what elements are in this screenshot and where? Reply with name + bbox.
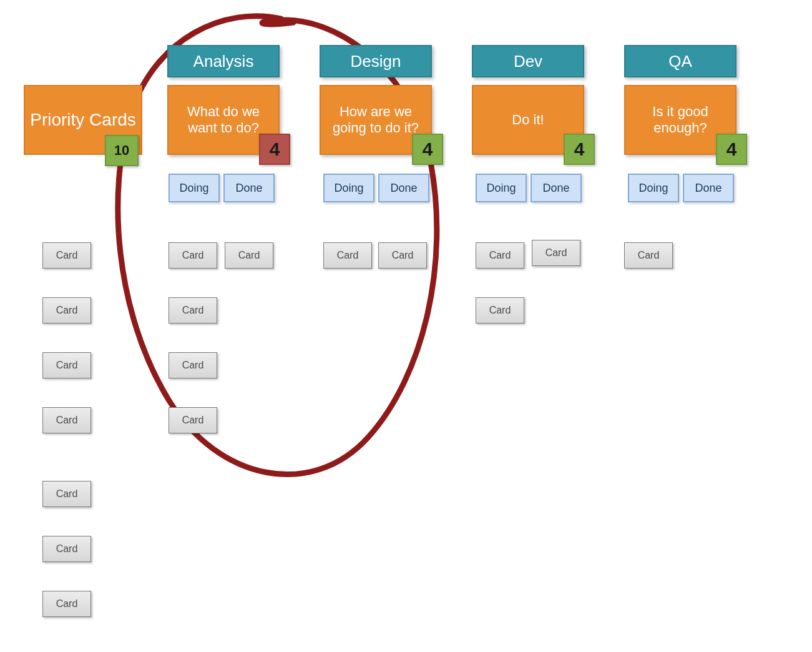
- card-label: Card: [182, 250, 204, 261]
- subcolumn-label: Done: [390, 182, 417, 195]
- stage-title-label: Design: [351, 52, 401, 71]
- subcolumn-label: Doing: [486, 182, 516, 195]
- subcolumn-doing-qa[interactable]: Doing: [628, 174, 679, 202]
- card-label: Card: [182, 360, 204, 371]
- stage-wip-value: 4: [423, 139, 433, 160]
- priority-card[interactable]: Card: [42, 407, 91, 433]
- subcolumn-doing-design[interactable]: Doing: [323, 174, 374, 202]
- priority-card[interactable]: Card: [42, 297, 91, 324]
- subcolumn-label: Doing: [334, 182, 363, 195]
- card-label: Card: [56, 543, 78, 555]
- card-label: Card: [56, 415, 78, 426]
- stage-wip-value: 4: [574, 139, 585, 160]
- priority-card[interactable]: Card: [42, 591, 91, 617]
- subcolumn-label: Doing: [179, 182, 208, 195]
- stage-title-label: Analysis: [193, 52, 254, 71]
- priority-wip-value: 10: [114, 142, 129, 159]
- stage-desc-label: How are we going to do it?: [325, 104, 427, 137]
- subcolumn-done-analysis[interactable]: Done: [223, 174, 275, 202]
- stage-wip-value: 4: [270, 139, 280, 160]
- card-label: Card: [489, 250, 511, 261]
- stage-desc-label: What do we want to do?: [172, 104, 275, 137]
- card-label: Card: [238, 250, 260, 261]
- card-label: Card: [545, 247, 567, 259]
- card-label: Card: [56, 250, 78, 261]
- subcolumn-done-design[interactable]: Done: [378, 174, 429, 202]
- subcolumn-label: Done: [695, 182, 722, 195]
- stage-title-label: QA: [668, 52, 692, 71]
- stage-desc-label: Do it!: [512, 112, 544, 128]
- stage-wip-value: 4: [726, 139, 737, 160]
- analysis-doing-card[interactable]: Card: [169, 407, 217, 433]
- stage-desc-label: Is it good enough?: [629, 104, 731, 137]
- stage-title-qa: QA: [624, 45, 736, 77]
- priority-title: Priority Cards: [30, 109, 136, 131]
- subcolumn-done-qa[interactable]: Done: [683, 174, 734, 202]
- subcolumn-done-dev[interactable]: Done: [531, 174, 582, 202]
- card-label: Card: [56, 305, 78, 316]
- card-label: Card: [489, 305, 511, 316]
- subcolumn-doing-dev[interactable]: Doing: [476, 174, 527, 202]
- card-label: Card: [56, 360, 78, 371]
- card-label: Card: [56, 598, 78, 610]
- stage-title-label: Dev: [514, 52, 542, 71]
- stage-title-design: Design: [320, 45, 432, 77]
- card-label: Card: [56, 488, 78, 500]
- card-label: Card: [182, 415, 204, 426]
- dev-doing-card[interactable]: Card: [476, 242, 524, 269]
- subcolumn-label: Done: [542, 182, 569, 195]
- priority-card[interactable]: Card: [42, 242, 91, 269]
- dev-doing-card[interactable]: Card: [476, 297, 524, 324]
- subcolumn-doing-analysis[interactable]: Doing: [169, 174, 220, 202]
- analysis-done-card[interactable]: Card: [225, 242, 273, 269]
- stage-wip-badge-design: 4: [412, 134, 443, 165]
- priority-card[interactable]: Card: [42, 536, 91, 562]
- card-label: Card: [638, 250, 660, 261]
- analysis-doing-card[interactable]: Card: [169, 352, 217, 378]
- card-label: Card: [337, 250, 359, 261]
- card-label: Card: [182, 305, 204, 316]
- stage-wip-badge-qa: 4: [716, 134, 747, 165]
- design-doing-card[interactable]: Card: [323, 242, 372, 269]
- priority-card[interactable]: Card: [42, 352, 91, 378]
- priority-card[interactable]: Card: [42, 481, 91, 507]
- qa-doing-card[interactable]: Card: [624, 242, 673, 269]
- dev-done-card[interactable]: Card: [532, 240, 580, 266]
- kanban-board: Priority Cards 10 Analysis What do we wa…: [0, 0, 812, 652]
- stage-title-dev: Dev: [472, 45, 584, 77]
- subcolumn-label: Done: [235, 182, 262, 195]
- card-label: Card: [392, 250, 414, 261]
- priority-wip-badge: 10: [105, 135, 139, 166]
- subcolumn-label: Doing: [638, 182, 668, 195]
- design-done-card[interactable]: Card: [378, 242, 427, 269]
- analysis-doing-card[interactable]: Card: [169, 297, 217, 324]
- stage-wip-badge-dev: 4: [564, 134, 595, 165]
- analysis-doing-card[interactable]: Card: [169, 242, 217, 269]
- stage-wip-badge-analysis: 4: [259, 134, 290, 165]
- stage-title-analysis: Analysis: [167, 45, 280, 77]
